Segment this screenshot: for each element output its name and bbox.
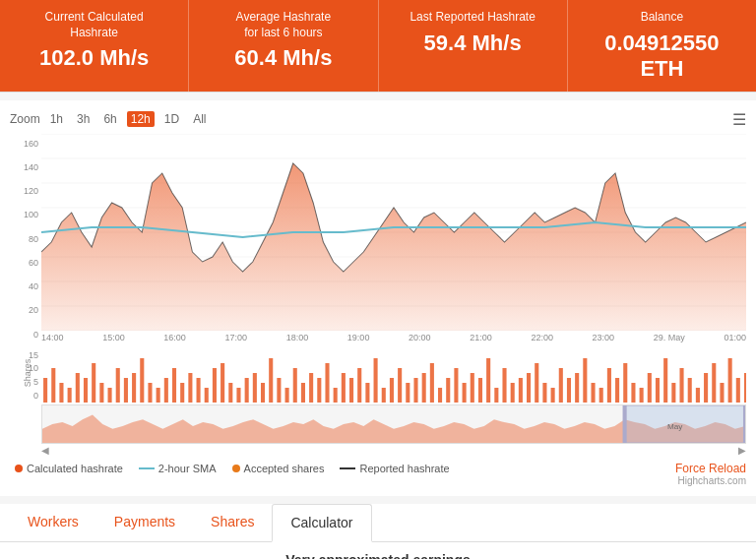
- svg-rect-23: [157, 388, 160, 403]
- svg-rect-76: [583, 358, 587, 403]
- svg-rect-37: [269, 358, 273, 403]
- hamburger-icon[interactable]: ☰: [732, 110, 746, 129]
- legend-calc-hashrate: Calculated hashrate: [15, 463, 123, 474]
- svg-rect-41: [301, 383, 305, 403]
- svg-rect-54: [406, 383, 410, 403]
- reported-hashrate-label: Reported hashrate: [359, 463, 449, 474]
- svg-rect-90: [696, 388, 700, 403]
- x-label-21: 21:00: [470, 333, 492, 342]
- svg-rect-13: [76, 373, 80, 403]
- tab-calculator[interactable]: Calculator: [272, 504, 371, 542]
- y-axis-hashrate-140: 140: [10, 162, 38, 172]
- svg-rect-52: [390, 378, 394, 403]
- zoom-3h[interactable]: 3h: [73, 111, 94, 127]
- svg-rect-75: [575, 373, 579, 403]
- stat-label: Average Hashratefor last 6 hours: [204, 10, 362, 40]
- navigator-chart-svg: May: [41, 404, 746, 444]
- y-axis-hashrate-0: 0: [10, 330, 38, 340]
- svg-rect-43: [317, 378, 321, 403]
- zoom-all[interactable]: All: [189, 111, 210, 127]
- svg-rect-97: [625, 405, 745, 443]
- y-axis-hashrate-80: 80: [10, 234, 38, 244]
- svg-rect-38: [277, 378, 281, 403]
- stat-value: 60.4 Mh/s: [204, 45, 362, 71]
- stat-avg-hashrate: Average Hashratefor last 6 hours 60.4 Mh…: [189, 0, 378, 92]
- svg-rect-9: [43, 378, 47, 403]
- stat-label: Last Reported Hashrate: [394, 10, 552, 26]
- svg-rect-92: [712, 363, 716, 403]
- svg-rect-64: [486, 358, 490, 403]
- x-label-may29: 29. May: [654, 333, 685, 342]
- svg-rect-72: [551, 388, 555, 403]
- sma-line: [139, 467, 155, 469]
- svg-rect-26: [180, 383, 184, 403]
- svg-rect-58: [438, 388, 442, 403]
- stat-balance: Balance 0.04912550 ETH: [568, 0, 756, 92]
- svg-rect-86: [663, 358, 667, 403]
- svg-rect-74: [567, 378, 571, 403]
- svg-text:May: May: [667, 422, 682, 431]
- tab-shares[interactable]: Shares: [193, 504, 272, 541]
- svg-rect-71: [542, 383, 546, 403]
- svg-rect-21: [140, 358, 144, 403]
- y-axis-hashrate-120: 120: [10, 186, 38, 196]
- svg-rect-87: [671, 383, 675, 403]
- svg-rect-48: [357, 368, 361, 403]
- main-chart-svg: [41, 134, 746, 331]
- svg-rect-33: [236, 388, 240, 403]
- nav-left-arrow[interactable]: ◀: [41, 445, 49, 456]
- sma-label: 2-hour SMA: [158, 463, 217, 474]
- svg-rect-89: [688, 378, 692, 403]
- svg-rect-96: [744, 373, 746, 403]
- svg-rect-20: [132, 373, 136, 403]
- nav-right-arrow[interactable]: ▶: [738, 445, 746, 456]
- calc-hashrate-dot: [15, 465, 23, 472]
- svg-rect-62: [471, 373, 474, 403]
- svg-rect-45: [334, 388, 338, 403]
- svg-rect-59: [446, 378, 450, 403]
- svg-rect-88: [679, 368, 683, 403]
- zoom-12h[interactable]: 12h: [127, 111, 155, 127]
- zoom-label: Zoom: [10, 112, 40, 126]
- svg-rect-66: [502, 368, 506, 403]
- svg-rect-73: [559, 368, 563, 403]
- svg-rect-77: [591, 383, 595, 403]
- svg-rect-61: [463, 383, 467, 403]
- tabs-section: Workers Payments Shares Calculator: [0, 504, 756, 542]
- svg-rect-51: [382, 388, 386, 403]
- svg-rect-46: [342, 373, 346, 403]
- y-axis-hashrate-60: 60: [10, 258, 38, 268]
- svg-rect-49: [365, 383, 369, 403]
- svg-rect-27: [188, 373, 192, 403]
- zoom-1h[interactable]: 1h: [46, 111, 67, 127]
- svg-rect-50: [374, 358, 378, 403]
- zoom-1d[interactable]: 1D: [160, 111, 183, 127]
- legend-reported-hashrate: Reported hashrate: [340, 463, 449, 474]
- shares-y-axis-label: Shares: [23, 358, 32, 387]
- svg-rect-79: [607, 368, 611, 403]
- tab-workers[interactable]: Workers: [10, 504, 96, 541]
- svg-rect-56: [422, 373, 426, 403]
- tab-payments[interactable]: Payments: [96, 504, 193, 541]
- svg-rect-93: [720, 383, 724, 403]
- zoom-6h[interactable]: 6h: [99, 111, 120, 127]
- stat-label: Balance: [583, 10, 741, 26]
- force-reload-button[interactable]: Force Reload: [675, 462, 746, 475]
- svg-rect-55: [413, 378, 417, 403]
- x-label-18: 18:00: [286, 333, 309, 342]
- svg-rect-31: [220, 363, 224, 403]
- svg-rect-68: [519, 378, 523, 403]
- svg-rect-25: [172, 368, 176, 403]
- x-label-01: 01:00: [724, 333, 746, 342]
- svg-rect-83: [640, 388, 644, 403]
- chart-container: Zoom 1h 3h 6h 12h 1D All ☰ 160 140 120 1…: [0, 100, 756, 496]
- x-label-15: 15:00: [102, 333, 125, 342]
- calc-hashrate-label: Calculated hashrate: [27, 463, 123, 474]
- svg-rect-15: [92, 363, 95, 403]
- stat-value: 102.0 Mh/s: [15, 45, 173, 71]
- x-label-22: 22:00: [531, 333, 553, 342]
- svg-rect-98: [623, 405, 627, 443]
- svg-rect-91: [704, 373, 708, 403]
- svg-rect-44: [325, 363, 329, 403]
- legend-sma: 2-hour SMA: [139, 463, 217, 474]
